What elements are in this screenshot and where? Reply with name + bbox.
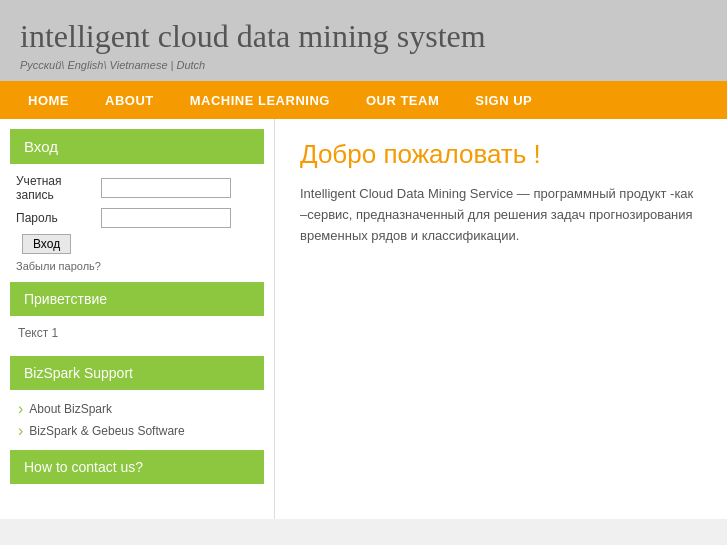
- bizspark-section: BizSpark Support About BizSpark BizSpark…: [10, 356, 264, 442]
- contact-section: How to contact us?: [10, 450, 264, 484]
- bizspark-link-1[interactable]: About BizSpark: [10, 398, 264, 420]
- login-heading: Вход: [10, 129, 264, 164]
- site-title: intelligent cloud data mining system: [20, 18, 707, 55]
- username-row: Учетная запись: [10, 174, 264, 202]
- language-bar: Русский\ English\ Vietnamese | Dutch: [20, 59, 707, 71]
- username-label: Учетная запись: [16, 174, 101, 202]
- nav-home[interactable]: HOME: [10, 81, 87, 119]
- username-input[interactable]: [101, 178, 231, 198]
- main-content: Добро пожаловать ! Intelligent Cloud Dat…: [275, 119, 727, 519]
- password-row: Пароль: [10, 208, 264, 228]
- lang-english[interactable]: English: [67, 59, 103, 71]
- password-input[interactable]: [101, 208, 231, 228]
- contact-heading: How to contact us?: [10, 450, 264, 484]
- welcome-section: Приветствие Текст 1: [10, 282, 264, 348]
- lang-russian[interactable]: Русский: [20, 59, 61, 71]
- bizspark-link-2[interactable]: BizSpark & Gebeus Software: [10, 420, 264, 442]
- header: intelligent cloud data mining system Рус…: [0, 0, 727, 81]
- password-label: Пароль: [16, 211, 101, 225]
- nav-about[interactable]: ABOUT: [87, 81, 172, 119]
- nav-sign-up[interactable]: SIGN UP: [457, 81, 550, 119]
- login-section: Вход Учетная запись Пароль Вход Забыли п…: [10, 129, 264, 272]
- main-welcome-text: Intelligent Cloud Data Mining Service — …: [300, 184, 702, 246]
- login-button[interactable]: Вход: [22, 234, 71, 254]
- main-welcome-heading: Добро пожаловать !: [300, 139, 702, 170]
- navbar: HOME ABOUT MACHINE LEARNING OUR TEAM SIG…: [0, 81, 727, 119]
- sidebar: Оставьте свой отзыв Вход Учетная запись …: [0, 119, 275, 519]
- lang-vietnamese[interactable]: Vietnamese: [110, 59, 168, 71]
- bizspark-heading: BizSpark Support: [10, 356, 264, 390]
- nav-our-team[interactable]: OUR TEAM: [348, 81, 457, 119]
- welcome-text: Текст 1: [10, 324, 264, 348]
- content-area: Оставьте свой отзыв Вход Учетная запись …: [0, 119, 727, 519]
- lang-dutch[interactable]: Dutch: [176, 59, 205, 71]
- nav-machine-learning[interactable]: MACHINE LEARNING: [172, 81, 348, 119]
- forgot-password-link[interactable]: Забыли пароль?: [10, 260, 264, 272]
- welcome-section-heading: Приветствие: [10, 282, 264, 316]
